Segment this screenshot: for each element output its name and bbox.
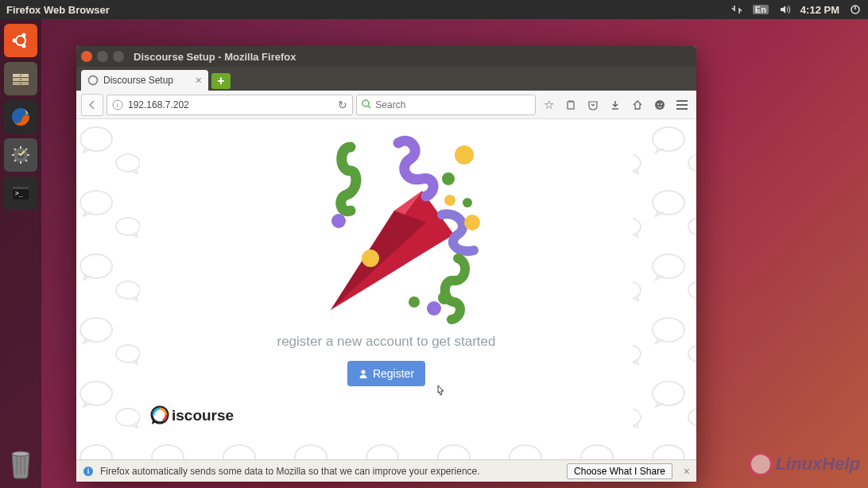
svg-point-33	[463, 198, 472, 207]
window-maximize-button[interactable]	[113, 51, 124, 62]
window-close-button[interactable]	[81, 51, 92, 62]
user-icon	[358, 369, 368, 378]
svg-point-25	[661, 103, 662, 105]
info-circle-icon: i	[83, 466, 94, 477]
hamburger-icon	[676, 100, 688, 110]
discourse-brand: iscourse	[149, 405, 234, 426]
app-title: Firefox Web Browser	[6, 4, 110, 16]
system-top-bar: Firefox Web Browser En 4:12 PM	[0, 0, 868, 19]
library-icon[interactable]	[561, 95, 580, 114]
url-input[interactable]	[128, 99, 333, 110]
page-content: register a new account to get started Re…	[76, 119, 696, 459]
svg-point-32	[442, 172, 455, 185]
svg-point-37	[464, 215, 480, 230]
chevron-left-icon	[87, 99, 98, 110]
svg-point-3	[22, 33, 26, 37]
discourse-logo-icon	[149, 405, 170, 426]
watermark-icon	[749, 452, 773, 476]
brand-text: iscourse	[172, 407, 234, 424]
cursor-pointer-icon	[434, 385, 447, 397]
svg-point-29	[362, 250, 379, 267]
launcher-settings[interactable]	[4, 138, 37, 172]
infobar-close-icon[interactable]: ×	[684, 465, 690, 478]
browser-tab[interactable]: Discourse Setup ×	[81, 70, 208, 91]
tab-bar: Discourse Setup × +	[76, 67, 696, 91]
main-card: register a new account to get started Re…	[140, 119, 633, 436]
window-title: Discourse Setup - Mozilla Firefox	[134, 51, 296, 63]
search-engine-icon	[362, 99, 372, 110]
svg-point-31	[427, 301, 441, 316]
svg-point-8	[20, 75, 21, 76]
unity-launcher: >_	[0, 19, 41, 488]
party-popper-icon	[283, 119, 490, 326]
svg-point-34	[438, 292, 451, 304]
keyboard-indicator[interactable]: En	[753, 5, 769, 14]
launcher-terminal[interactable]: >_	[4, 176, 37, 210]
bookmark-star-icon[interactable]: ☆	[539, 95, 558, 114]
info-message: Firefox automatically sends some data to…	[100, 466, 480, 477]
svg-point-18	[89, 76, 98, 85]
browser-toolbar: i ↻ ☆	[76, 91, 696, 119]
svg-point-30	[331, 214, 346, 228]
firefox-window: Discourse Setup - Mozilla Firefox Discou…	[76, 46, 696, 482]
new-tab-button[interactable]: +	[211, 73, 231, 89]
tab-close-icon[interactable]: ×	[196, 74, 202, 87]
clock[interactable]: 4:12 PM	[800, 4, 839, 16]
launcher-dash[interactable]	[4, 24, 37, 57]
svg-point-24	[657, 103, 659, 105]
svg-point-23	[655, 100, 665, 110]
downloads-icon[interactable]	[606, 95, 625, 114]
svg-point-9	[20, 79, 21, 80]
watermark: LinuxHelp	[749, 452, 860, 476]
menu-button[interactable]	[672, 95, 692, 114]
svg-point-1	[16, 36, 25, 45]
window-titlebar[interactable]: Discourse Setup - Mozilla Firefox	[76, 46, 696, 67]
back-button[interactable]	[81, 94, 103, 116]
window-minimize-button[interactable]	[97, 51, 108, 62]
power-icon[interactable]	[849, 3, 862, 16]
svg-point-17	[12, 451, 29, 456]
choose-share-button[interactable]: Choose What I Share	[567, 463, 672, 479]
launcher-trash[interactable]	[4, 447, 37, 480]
svg-point-4	[22, 45, 26, 48]
svg-point-39	[361, 370, 365, 374]
url-bar[interactable]: i ↻	[107, 95, 353, 115]
svg-text:>_: >_	[15, 190, 23, 197]
svg-point-21	[362, 100, 369, 107]
reload-icon[interactable]: ↻	[338, 99, 347, 111]
discourse-favicon	[87, 75, 99, 86]
launcher-firefox[interactable]	[4, 100, 37, 134]
svg-point-36	[455, 145, 474, 165]
info-bar: i Firefox automatically sends some data …	[76, 459, 696, 482]
home-icon[interactable]	[628, 95, 647, 114]
launcher-files[interactable]	[4, 62, 37, 95]
volume-icon[interactable]	[778, 3, 791, 16]
feedback-icon[interactable]	[650, 95, 669, 114]
subtitle-text: register a new account to get started	[277, 334, 496, 350]
svg-text:i: i	[117, 101, 118, 109]
search-input[interactable]	[375, 99, 530, 110]
network-icon[interactable]	[730, 3, 743, 16]
tab-label: Discourse Setup	[103, 75, 173, 86]
svg-point-35	[409, 296, 420, 308]
register-label: Register	[373, 367, 414, 380]
svg-point-10	[20, 83, 21, 84]
info-icon[interactable]: i	[112, 99, 123, 110]
svg-point-2	[13, 39, 17, 43]
svg-rect-22	[568, 102, 574, 109]
svg-rect-15	[13, 187, 29, 189]
pocket-icon[interactable]	[583, 95, 603, 114]
svg-point-38	[444, 195, 455, 206]
svg-text:i: i	[87, 467, 90, 475]
search-bar[interactable]	[356, 95, 536, 115]
register-button[interactable]: Register	[347, 361, 425, 386]
watermark-text: LinuxHelp	[776, 454, 860, 474]
